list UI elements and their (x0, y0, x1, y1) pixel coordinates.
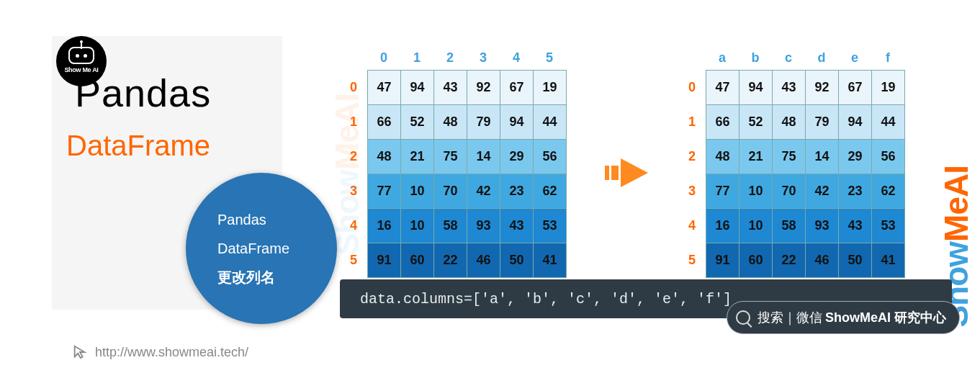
col-header: 4 (500, 50, 533, 66)
svg-rect-0 (605, 166, 609, 180)
table-cell: 23 (500, 174, 534, 209)
row-header: 2 (678, 139, 706, 174)
table-cell: 79 (806, 105, 839, 140)
row-header: 5 (678, 243, 706, 277)
table-cell: 75 (434, 140, 467, 174)
table-cell: 56 (872, 140, 905, 174)
column-headers-after: abcdef (706, 50, 905, 66)
table-cell: 23 (839, 174, 872, 209)
table-cell: 94 (839, 105, 872, 140)
col-header: 5 (533, 50, 566, 66)
svg-marker-2 (621, 158, 648, 187)
circle-line3: 更改列名 (217, 263, 337, 292)
column-headers-before: 012345 (367, 50, 567, 66)
table-cell: 42 (806, 174, 839, 209)
table-cell: 94 (740, 71, 773, 105)
table-cell: 66 (706, 105, 740, 140)
url-text: http://www.showmeai.tech/ (95, 345, 248, 360)
table-cell: 43 (434, 71, 467, 105)
row-headers-after: 012345 (678, 70, 706, 278)
table-cell: 91 (706, 243, 740, 278)
table-cell: 60 (401, 243, 434, 278)
table-cell: 16 (706, 209, 740, 243)
table-cell: 70 (773, 174, 806, 209)
table-cell: 42 (467, 174, 500, 209)
table-cell: 56 (534, 140, 567, 174)
table-cell: 48 (368, 140, 401, 174)
table-cell: 75 (773, 140, 806, 174)
table-cell: 52 (401, 105, 434, 140)
table-cell: 53 (534, 209, 567, 243)
table-cell: 21 (740, 140, 773, 174)
code-text: data.columns=['a', 'b', 'c', 'd', 'e', '… (360, 291, 732, 307)
table-cell: 48 (773, 105, 806, 140)
table-cell: 41 (872, 243, 905, 278)
table-cell: 46 (806, 243, 839, 278)
table-cell: 70 (434, 174, 467, 209)
col-header: 2 (433, 50, 467, 66)
table-cell: 22 (773, 243, 806, 278)
table-cell: 19 (534, 71, 567, 105)
dataframe-before: 012345 012345 47944392671966524879944448… (340, 50, 567, 278)
table-cell: 48 (706, 140, 740, 174)
col-header: 3 (467, 50, 500, 66)
table-cell: 22 (434, 243, 467, 278)
table-cell: 14 (467, 140, 500, 174)
table-cell: 44 (534, 105, 567, 140)
search-prefix: 搜索｜微信 (758, 309, 822, 326)
table-cell: 10 (740, 209, 773, 243)
table-cell: 93 (467, 209, 500, 243)
col-header: e (838, 50, 871, 66)
cursor-icon (72, 344, 88, 360)
table-cell: 92 (806, 71, 839, 105)
row-header: 4 (678, 208, 706, 243)
table-cell: 50 (839, 243, 872, 278)
url-line[interactable]: http://www.showmeai.tech/ (72, 344, 248, 360)
table-cell: 41 (534, 243, 567, 278)
circle-line1: Pandas (217, 205, 337, 234)
row-header: 0 (678, 70, 706, 104)
table-cell: 14 (806, 140, 839, 174)
table-cell: 29 (839, 140, 872, 174)
table-cell: 48 (434, 105, 467, 140)
col-header: f (871, 50, 904, 66)
table-cell: 93 (806, 209, 839, 243)
table-cell: 10 (401, 174, 434, 209)
search-icon (736, 310, 750, 325)
table-cell: 53 (872, 209, 905, 243)
col-header: c (772, 50, 805, 66)
table-cell: 43 (839, 209, 872, 243)
table-cell: 91 (368, 243, 401, 278)
title-pandas: Pandas (75, 71, 211, 115)
arrow-right-icon (605, 151, 660, 194)
search-strong: ShowMeAI 研究中心 (825, 309, 946, 326)
col-header: 1 (400, 50, 433, 66)
col-header: b (739, 50, 772, 66)
table-cell: 66 (368, 105, 401, 140)
table-cell: 47 (368, 71, 401, 105)
search-box[interactable]: 搜索｜微信 ShowMeAI 研究中心 (727, 301, 960, 334)
table-cell: 60 (740, 243, 773, 278)
table-cell: 29 (500, 140, 534, 174)
row-header: 1 (678, 104, 706, 139)
table-cell: 58 (434, 209, 467, 243)
table-cell: 92 (467, 71, 500, 105)
table-cell: 43 (773, 71, 806, 105)
table-cell: 16 (368, 209, 401, 243)
col-header: a (706, 50, 739, 66)
table-cell: 67 (839, 71, 872, 105)
dataframe-after: abcdef 012345 47944392671966524879944448… (678, 50, 905, 278)
table-cell: 77 (368, 174, 401, 209)
table-cell: 79 (467, 105, 500, 140)
title-dataframe: DataFrame (66, 130, 210, 162)
grid-after: 4794439267196652487994444821751429567710… (706, 70, 905, 278)
table-cell: 10 (401, 209, 434, 243)
table-cell: 46 (467, 243, 500, 278)
table-cell: 52 (740, 105, 773, 140)
topic-circle: Pandas DataFrame 更改列名 (186, 173, 337, 324)
table-cell: 94 (500, 105, 534, 140)
circle-line2: DataFrame (217, 234, 337, 263)
table-cell: 19 (872, 71, 905, 105)
table-cell: 58 (773, 209, 806, 243)
table-cell: 67 (500, 71, 534, 105)
